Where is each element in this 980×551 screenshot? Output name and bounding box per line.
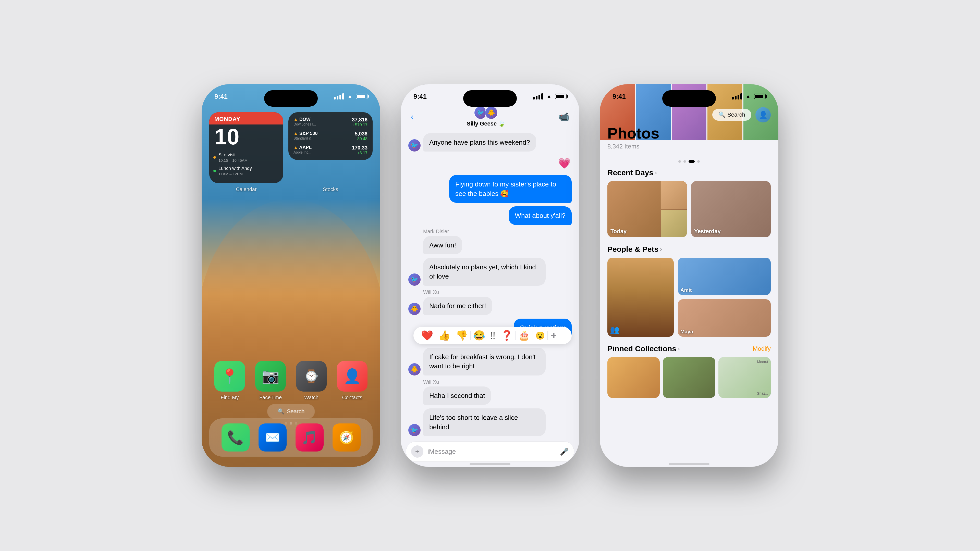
pinned-modify-button[interactable]: Modify — [752, 345, 771, 352]
group-avatars: 🐦 🐥 — [474, 106, 498, 119]
stocks-widget-label: Stocks — [323, 186, 338, 192]
dock: 📞 ✉️ 🎵 🧭 — [209, 418, 372, 457]
app-contacts[interactable]: 👤 Contacts — [337, 361, 368, 400]
msg-haha: Haha I second that — [423, 386, 491, 405]
message-add-button[interactable]: + — [411, 445, 423, 457]
cal-event-1-title: Site visit — [218, 152, 248, 158]
watch-icon: ⌚ — [296, 361, 327, 392]
video-call-button[interactable]: 📹 — [558, 111, 569, 122]
cal-event-2: Lunch with Andy 11AM – 12PM — [213, 165, 279, 176]
tapback-bar[interactable]: ❤️ 👍 👎 😂 ‼️ ❓ 🎂 😮 ✚ — [414, 327, 572, 344]
msg-noplans: Absolutely no plans yet, which I kind of… — [423, 258, 546, 286]
msg-heart: 💗 — [557, 155, 572, 171]
people-right: Amit Maya — [678, 258, 771, 337]
photos-header-actions: 🔍 Search 👤 — [712, 107, 771, 122]
tapback-laugh[interactable]: 😂 — [471, 330, 488, 341]
tapback-thumbsdown[interactable]: 👎 — [453, 330, 470, 341]
pinned-header: Pinned Collections › Modify — [608, 345, 771, 353]
msg-life: Life's too short to leave a slice behind — [423, 408, 546, 436]
signal-icon — [334, 94, 344, 100]
app-facetime[interactable]: 📷 FaceTime — [255, 361, 286, 400]
amit-card[interactable]: Amit — [678, 258, 771, 295]
msg-row-heart: 💗 — [408, 155, 572, 171]
people-pets-header[interactable]: People & Pets › — [608, 245, 771, 254]
msg-bubble-1: Anyone have plans this weekend? — [423, 133, 536, 151]
stocks-widget-wrapper: ▲ DOW Dow Jones I... 37,816 +570.17 ▲ S&… — [288, 112, 372, 183]
app-watch[interactable]: ⌚ Watch — [296, 361, 327, 400]
stock-aapl: ▲ AAPL Apple Inc... 170.33 +3.17 — [293, 145, 368, 156]
battery-icon — [356, 94, 368, 99]
calendar-widget[interactable]: MONDAY 10 Site visit 10:15 – 10:45AM — [209, 112, 283, 183]
recent-days-title: Recent Days — [608, 168, 653, 177]
photos-signal-icon — [732, 94, 742, 100]
messages-battery-icon — [555, 94, 566, 99]
cal-events: Site visit 10:15 – 10:45AM Lunch with An… — [209, 152, 283, 183]
app-grid: 📍 Find My 📷 FaceTime ⌚ Watch 👤 Contacts — [209, 361, 372, 400]
pinned-card-1[interactable] — [608, 357, 660, 398]
msg-row-aww: Aww fun! — [408, 236, 572, 254]
maya-card[interactable]: Maya — [678, 299, 771, 337]
msg-row-nada: 🐥 Nada for me either! — [408, 297, 572, 315]
photos-home-indicator — [669, 463, 710, 465]
message-input[interactable]: iMessage — [428, 448, 556, 456]
recent-days-header[interactable]: Recent Days › — [608, 168, 771, 177]
tapback-thumbsup[interactable]: 👍 — [436, 330, 453, 341]
pinned-title: Pinned Collections — [608, 345, 676, 353]
photos-wifi-icon: ▲ — [745, 93, 751, 100]
msg-row-life: 🐦 Life's too short to leave a slice behi… — [408, 408, 572, 436]
dynamic-island-2 — [463, 90, 517, 106]
calendar-widget-wrapper: MONDAY 10 Site visit 10:15 – 10:45AM — [209, 112, 283, 183]
photos-search-label: Search — [727, 111, 745, 118]
msg-nada: Nada for me either! — [423, 297, 492, 315]
today-card[interactable]: Today — [608, 181, 687, 237]
pinned-card-map[interactable]: Meerut Ghaz... — [718, 357, 771, 398]
dynamic-island — [264, 90, 318, 106]
photos-content: Recent Days › Today Yesterday — [600, 166, 778, 467]
yesterday-card[interactable]: Yesterday — [691, 181, 771, 237]
photos-user-avatar[interactable]: 👤 — [756, 107, 771, 122]
contacts-label: Contacts — [342, 395, 363, 400]
search-button[interactable]: 🔍 Search — [267, 404, 315, 419]
msg-row-1: 🐦 Anyone have plans this weekend? — [408, 133, 572, 151]
pinned-title-group[interactable]: Pinned Collections › — [608, 345, 680, 353]
cal-event-2-time: 11AM – 12PM — [218, 171, 252, 176]
dock-mail[interactable]: ✉️ — [259, 424, 286, 451]
yesterday-label: Yesterday — [694, 228, 721, 235]
facetime-label: FaceTime — [259, 395, 282, 400]
group-name[interactable]: Silly Geese 🍃 — [467, 121, 505, 127]
contacts-icon: 👤 — [337, 361, 368, 392]
dock-phone[interactable]: 📞 — [221, 424, 250, 451]
msg-row-flying: Flying down to my sister's place to see … — [408, 175, 572, 203]
carousel-dot-4 — [697, 160, 700, 163]
dock-music[interactable]: 🎵 — [296, 424, 324, 451]
phone-photos: 9:41 ▲ — [600, 84, 778, 467]
messages-back-button[interactable]: ‹ — [411, 112, 414, 121]
sender-label-will: Will Xu — [408, 289, 572, 295]
photos-search-button[interactable]: 🔍 Search — [712, 109, 751, 121]
tapback-add[interactable]: ✚ — [548, 331, 560, 340]
sender-avatar-2: 🐦 — [408, 273, 421, 286]
dynamic-island-3 — [662, 90, 716, 106]
sender-avatar-cake: 🐥 — [408, 363, 421, 375]
dock-compass[interactable]: 🧭 — [332, 424, 361, 451]
photos-status-icons: ▲ — [732, 93, 765, 100]
group-people-card[interactable]: 👥 — [608, 258, 674, 337]
tapback-wow[interactable]: 😮 — [533, 331, 547, 340]
pinned-card-2[interactable] — [663, 357, 715, 398]
tapback-cake[interactable]: 🎂 — [515, 330, 533, 341]
stock-sp500: ▲ S&P 500 Standard &... 5,036 +80.48 — [293, 131, 368, 141]
stocks-widget[interactable]: ▲ DOW Dow Jones I... 37,816 +570.17 ▲ S&… — [288, 112, 372, 160]
tapback-area: ❤️ 👍 👎 😂 ‼️ ❓ 🎂 😮 ✚ — [408, 341, 572, 345]
find-my-icon: 📍 — [215, 361, 245, 392]
microphone-button[interactable]: 🎤 — [560, 448, 569, 456]
messages-time: 9:41 — [414, 93, 427, 100]
tapback-exclaim[interactable]: ‼️ — [488, 330, 498, 341]
app-find-my[interactable]: 📍 Find My — [215, 361, 245, 400]
tapback-heart[interactable]: ❤️ — [418, 330, 436, 341]
carousel-dot-grid[interactable] — [689, 160, 695, 163]
cal-event-2-title: Lunch with Andy — [218, 165, 252, 171]
tapback-question[interactable]: ❓ — [498, 330, 515, 341]
messages-list: 🐦 Anyone have plans this weekend? 💗 Flyi… — [401, 128, 579, 441]
cal-day-name: MONDAY — [209, 112, 283, 124]
people-pets-chevron: › — [660, 246, 662, 253]
